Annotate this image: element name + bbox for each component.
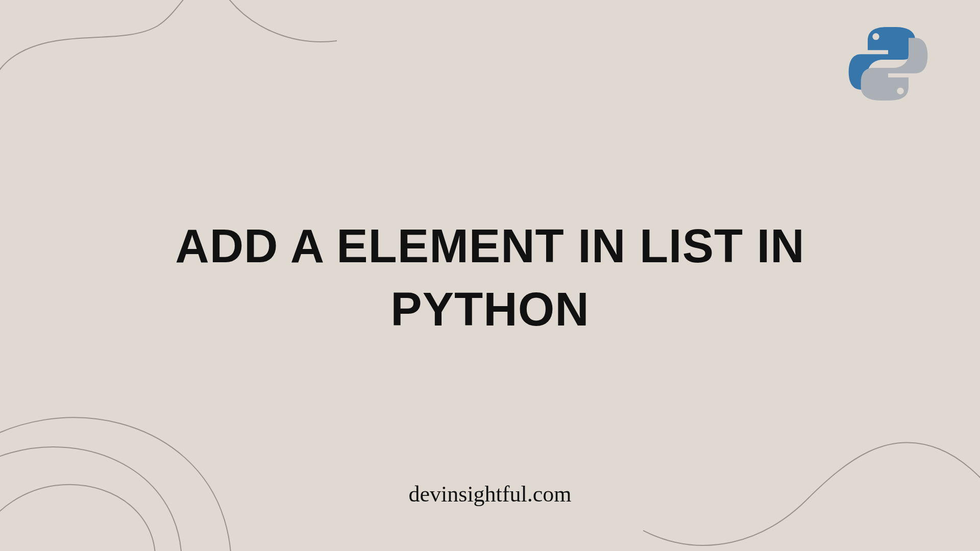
decorative-wave-bottom-right bbox=[643, 398, 980, 551]
decorative-squiggle-top-left bbox=[0, 0, 357, 102]
svg-point-1 bbox=[897, 88, 903, 94]
python-logo-icon bbox=[847, 23, 929, 105]
svg-point-0 bbox=[872, 33, 879, 40]
site-url-label: devinsightful.com bbox=[409, 481, 572, 507]
page-title: ADD A ELEMENT IN LIST IN PYTHON bbox=[98, 214, 882, 341]
